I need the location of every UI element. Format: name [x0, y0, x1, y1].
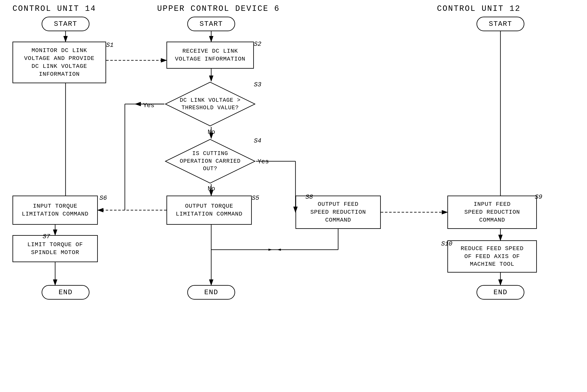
header-left: CONTROL UNIT 14	[12, 4, 112, 13]
step-s5: S5	[252, 194, 259, 202]
process-s6: INPUT TORQUE LIMITATION COMMAND	[12, 196, 98, 225]
branch-yes-s3: Yes	[143, 102, 154, 109]
process-s2: RECEIVE DC LINK VOLTAGE INFORMATION	[166, 42, 254, 69]
step-s10: S10	[441, 240, 452, 248]
header-middle: UPPER CONTROL DEVICE 6	[150, 4, 287, 13]
end-left: END	[42, 285, 90, 300]
start-right: START	[476, 17, 524, 31]
step-s1: S1	[106, 42, 114, 49]
branch-no-s3: No	[208, 128, 215, 136]
diamond-s3: DC LINK VOLTAGE > THRESHOLD VALUE?	[164, 81, 256, 127]
end-middle: END	[187, 285, 235, 300]
step-s7: S7	[43, 233, 50, 240]
step-s4: S4	[254, 137, 261, 144]
branch-yes-s4: Yes	[258, 158, 269, 165]
process-s8: OUTPUT FEED SPEED REDUCTION COMMAND	[296, 196, 381, 229]
branch-no-s4: No	[208, 185, 215, 192]
svg-marker-0	[166, 82, 255, 126]
flowchart-diagram: CONTROL UNIT 14 UPPER CONTROL DEVICE 6 C…	[0, 0, 587, 392]
step-s3: S3	[254, 81, 261, 88]
svg-marker-27	[268, 249, 272, 251]
diamond-s4: IS CUTTING OPERATION CARRIED OUT?	[164, 138, 256, 184]
process-s7: LIMIT TORQUE OF SPINDLE MOTOR	[12, 235, 98, 262]
step-s9: S9	[535, 194, 542, 200]
process-s1: MONITOR DC LINK VOLTAGE AND PROVIDE DC L…	[12, 42, 106, 83]
svg-marker-1	[166, 140, 255, 183]
start-left: START	[42, 17, 90, 31]
header-right: CONTROL UNIT 12	[437, 4, 574, 13]
step-s6: S6	[100, 194, 107, 202]
start-middle: START	[187, 17, 235, 31]
step-s2: S2	[254, 40, 261, 48]
process-s9: INPUT FEED SPEED REDUCTION COMMAND	[448, 196, 537, 229]
step-s8: S8	[306, 194, 313, 200]
svg-marker-28	[277, 249, 281, 251]
process-s5: OUTPUT TORQUE LIMITATION COMMAND	[166, 196, 252, 225]
end-right: END	[476, 285, 524, 300]
process-s10: REDUCE FEED SPEED OF FEED AXIS OF MACHIN…	[448, 240, 537, 272]
